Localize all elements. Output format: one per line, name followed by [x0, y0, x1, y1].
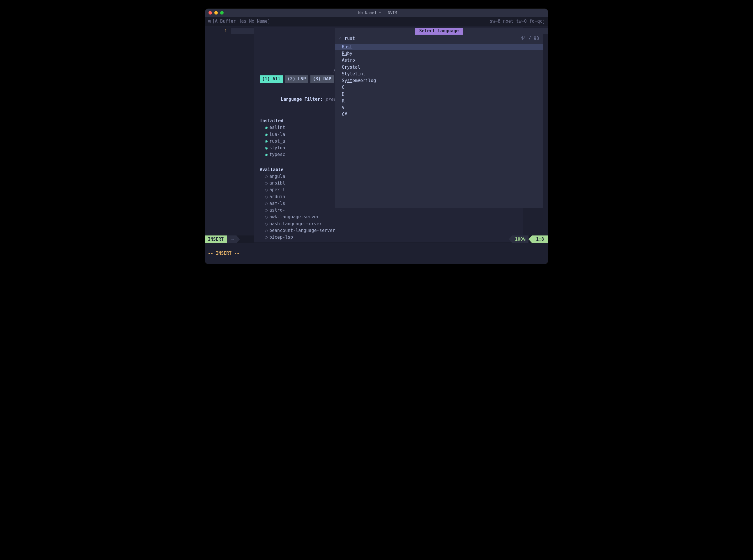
minimize-window-button[interactable]: [214, 11, 218, 15]
tabline-right-info: sw=8 noet tw=0 fo=qcj: [490, 18, 545, 25]
picker-result[interactable]: V: [335, 104, 543, 111]
nvim-tabline: ▤ [A Buffer Has No Name] sw=8 noet tw=0 …: [205, 17, 548, 26]
picker-result[interactable]: Astro: [335, 57, 543, 64]
picker-title-row: Select language: [335, 28, 543, 34]
close-window-button[interactable]: [209, 11, 212, 15]
check-icon: ◉: [265, 145, 267, 151]
picker-prompt[interactable]: ⌕ rust 44 / 98: [335, 35, 543, 43]
circle-icon: ○: [265, 235, 267, 240]
picker-results: Rust Ruby Astro Crystal Stylelint System…: [335, 43, 543, 118]
line-number: 1: [205, 28, 231, 34]
tab-dap[interactable]: (3) DAP: [311, 75, 333, 83]
circle-icon: ○: [265, 194, 267, 199]
picker-result-selected[interactable]: Rust: [335, 44, 543, 51]
tab-all[interactable]: (1) All: [260, 75, 283, 83]
mason-window: mason.nvim press ? for help https://gith…: [254, 27, 523, 242]
tab-lsp[interactable]: (2) LSP: [285, 75, 308, 83]
picker-title: Select language: [415, 28, 463, 34]
traffic-lights: [205, 11, 224, 15]
picker-result[interactable]: C#: [335, 111, 543, 118]
circle-icon: ○: [265, 221, 267, 226]
picker-result[interactable]: SystemVerilog: [335, 77, 543, 84]
circle-icon: ○: [265, 174, 267, 179]
mode-indicator: INSERT: [205, 236, 227, 243]
filter-label: Language Filter:: [281, 97, 323, 102]
editor-body: 1 mason.nvim press ? for help https://gi…: [205, 26, 548, 236]
line-number-gutter: 1: [205, 26, 231, 236]
window-titlebar: [No Name] + - NVIM: [205, 9, 548, 17]
picker-result-count: 44 / 98: [521, 35, 539, 42]
available-item[interactable]: ○bash-language-server: [254, 221, 523, 227]
check-icon: ◉: [265, 139, 267, 144]
picker-result[interactable]: Crystal: [335, 64, 543, 71]
picker-result[interactable]: Ruby: [335, 51, 543, 57]
circle-icon: ○: [265, 187, 267, 193]
available-item[interactable]: ○bicep-lsp: [254, 234, 523, 241]
cursorline-left: [231, 28, 254, 34]
scroll-percent: 100%: [512, 236, 529, 243]
search-icon: ⌕: [339, 35, 341, 42]
picker-result[interactable]: R: [335, 98, 543, 104]
picker-result[interactable]: C: [335, 84, 543, 91]
available-item[interactable]: ○awk-language-server: [254, 214, 523, 220]
picker-result[interactable]: D: [335, 91, 543, 98]
available-item[interactable]: ○beancount-language-server: [254, 227, 523, 234]
terminal-window: [No Name] + - NVIM ▤ [A Buffer Has No Na…: [205, 9, 548, 264]
circle-icon: ○: [265, 228, 267, 233]
file-icon: ▤: [208, 18, 211, 25]
circle-icon: ○: [265, 214, 267, 219]
picker-result[interactable]: Stylelint: [335, 71, 543, 77]
circle-icon: ○: [265, 201, 267, 206]
maximize-window-button[interactable]: [220, 11, 224, 15]
picker-query-input[interactable]: rust: [344, 35, 521, 42]
check-icon: ◉: [265, 152, 267, 157]
cursor-position: 1:8: [532, 236, 548, 243]
statusline-segment: ~: [227, 236, 236, 243]
mode-message: -- INSERT --: [208, 251, 239, 256]
telescope-picker: Select language ⌕ rust 44 / 98 Rust Ruby…: [335, 28, 543, 208]
command-area: -- INSERT --: [205, 243, 548, 264]
check-icon: ◉: [265, 125, 267, 130]
window-title: [No Name] + - NVIM: [205, 10, 548, 16]
check-icon: ◉: [265, 132, 267, 137]
circle-icon: ○: [265, 207, 267, 213]
circle-icon: ○: [265, 180, 267, 186]
buffer-name: [A Buffer Has No Name]: [212, 18, 270, 25]
